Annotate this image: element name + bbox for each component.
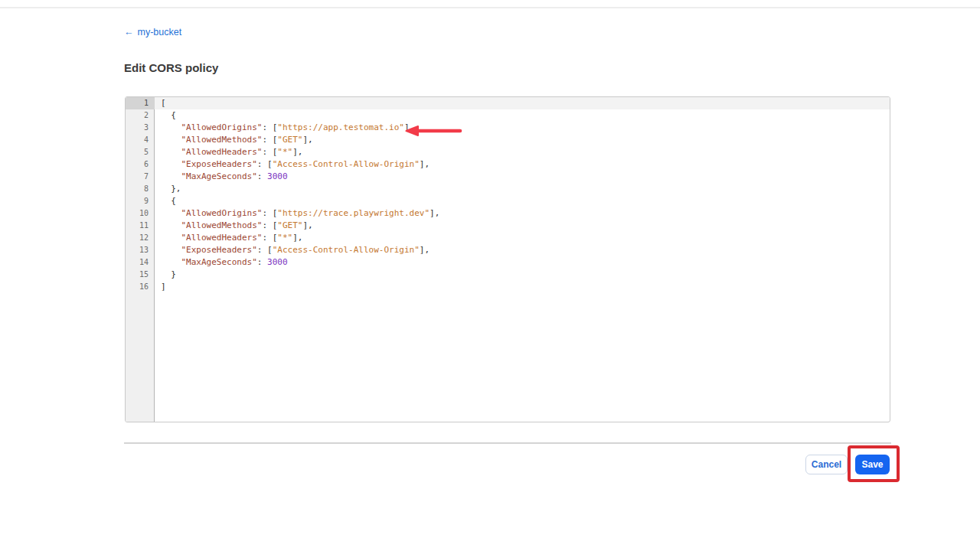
code-line[interactable]: 5 "AllowedHeaders": ["*"], — [126, 146, 890, 158]
code-line[interactable]: 12 "AllowedHeaders": ["*"], — [126, 232, 890, 244]
code-text[interactable]: }, — [155, 183, 890, 195]
code-text[interactable]: [ — [155, 97, 890, 109]
line-number: 1 — [126, 97, 155, 109]
line-number: 5 — [126, 146, 155, 158]
page: ← my-bucket Edit CORS policy 1[2 {3 "All… — [0, 0, 980, 551]
code-text[interactable]: "AllowedOrigins": ["https://app.testomat… — [155, 122, 890, 134]
back-link[interactable]: ← my-bucket — [124, 27, 181, 37]
code-text[interactable]: "ExposeHeaders": ["Access-Control-Allow-… — [155, 244, 890, 256]
back-link-label: my-bucket — [138, 27, 182, 37]
line-number: 8 — [126, 183, 155, 195]
line-number: 14 — [126, 256, 155, 269]
code-text[interactable]: "MaxAgeSeconds": 3000 — [155, 256, 890, 269]
code-line[interactable]: 8 }, — [126, 183, 890, 195]
line-number: 11 — [126, 220, 155, 232]
code-text[interactable]: "ExposeHeaders": ["Access-Control-Allow-… — [155, 158, 890, 171]
code-text[interactable]: } — [155, 269, 890, 281]
line-number: 12 — [126, 232, 155, 244]
code-text[interactable]: "AllowedOrigins": ["https://trace.playwr… — [155, 207, 890, 220]
save-button[interactable]: Save — [855, 455, 890, 474]
cancel-button[interactable]: Cancel — [805, 455, 848, 474]
code-text[interactable]: { — [155, 109, 890, 122]
code-line[interactable]: 7 "MaxAgeSeconds": 3000 — [126, 171, 890, 183]
line-number: 4 — [126, 134, 155, 146]
code-line[interactable]: 10 "AllowedOrigins": ["https://trace.pla… — [126, 207, 890, 220]
code-text[interactable]: "MaxAgeSeconds": 3000 — [155, 171, 890, 183]
code-line[interactable]: 9 { — [126, 195, 890, 207]
code-text[interactable]: "AllowedHeaders": ["*"], — [155, 146, 890, 158]
line-number: 2 — [126, 109, 155, 122]
code-line[interactable]: 2 { — [126, 109, 890, 122]
page-title: Edit CORS policy — [124, 61, 218, 74]
footer-divider — [124, 442, 891, 444]
code-line[interactable]: 11 "AllowedMethods": ["GET"], — [126, 220, 890, 232]
line-number: 9 — [126, 195, 155, 207]
code-line[interactable]: 6 "ExposeHeaders": ["Access-Control-Allo… — [126, 158, 890, 171]
line-number: 6 — [126, 158, 155, 171]
code-text[interactable]: "AllowedMethods": ["GET"], — [155, 220, 890, 232]
code-line[interactable]: 1[ — [126, 97, 890, 109]
code-lines[interactable]: 1[2 {3 "AllowedOrigins": ["https://app.t… — [126, 97, 890, 293]
code-text[interactable]: { — [155, 195, 890, 207]
code-line[interactable]: 16] — [126, 281, 890, 293]
code-text[interactable]: ] — [155, 281, 890, 293]
code-text[interactable]: "AllowedMethods": ["GET"], — [155, 134, 890, 146]
code-line[interactable]: 15 } — [126, 269, 890, 281]
code-line[interactable]: 14 "MaxAgeSeconds": 3000 — [126, 256, 890, 269]
line-number: 3 — [126, 122, 155, 134]
line-number: 13 — [126, 244, 155, 256]
line-number: 10 — [126, 207, 155, 220]
code-line[interactable]: 3 "AllowedOrigins": ["https://app.testom… — [126, 122, 890, 134]
code-line[interactable]: 13 "ExposeHeaders": ["Access-Control-All… — [126, 244, 890, 256]
back-arrow-icon: ← — [124, 27, 134, 37]
line-number: 16 — [126, 281, 155, 293]
code-line[interactable]: 4 "AllowedMethods": ["GET"], — [126, 134, 890, 146]
line-number: 15 — [126, 269, 155, 281]
cors-policy-editor[interactable]: 1[2 {3 "AllowedOrigins": ["https://app.t… — [125, 96, 890, 422]
line-number: 7 — [126, 171, 155, 183]
top-divider — [0, 0, 980, 8]
code-text[interactable]: "AllowedHeaders": ["*"], — [155, 232, 890, 244]
